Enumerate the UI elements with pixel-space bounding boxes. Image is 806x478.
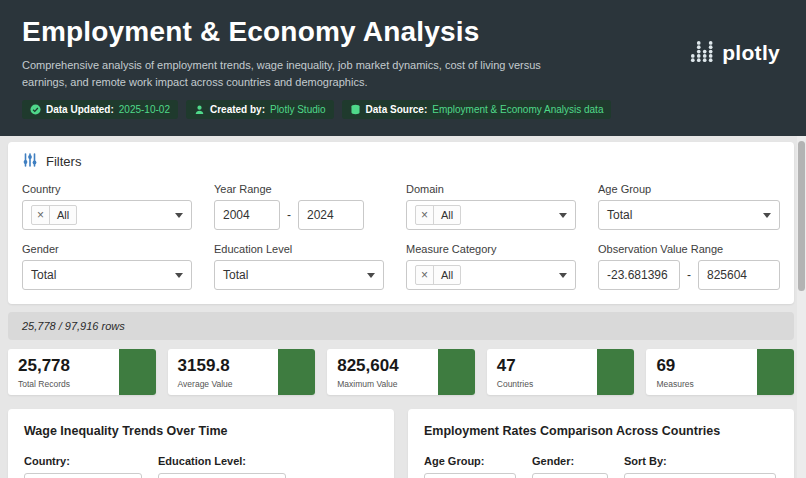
- gender-label: Gender: [22, 243, 192, 255]
- filters-header: Filters: [22, 152, 780, 171]
- chip-label: All: [434, 269, 460, 281]
- stat-value: 825,604: [337, 356, 398, 376]
- stat-label: Maximum Value: [337, 379, 398, 389]
- country-label: Country: [22, 183, 192, 195]
- filters-grid: Country × All Year Range - Do: [22, 183, 780, 290]
- observation-min-input[interactable]: [598, 260, 680, 290]
- education-control-label: Education Level:: [158, 455, 286, 467]
- stat-label: Average Value: [178, 379, 233, 389]
- stat-accent-block: [119, 349, 156, 395]
- filter-measure-category: Measure Category × All: [406, 243, 576, 290]
- stat-label: Countries: [497, 379, 533, 389]
- education-value: Total: [223, 268, 248, 282]
- range-separator: -: [287, 208, 291, 222]
- remove-chip-icon[interactable]: ×: [32, 206, 50, 224]
- filter-age-group: Age Group Total: [598, 183, 780, 230]
- chevron-down-icon: [175, 213, 183, 218]
- year-range-label: Year Range: [214, 183, 384, 195]
- stat-value: 69: [656, 356, 693, 376]
- filter-country: Country × All: [22, 183, 192, 230]
- stat-accent-block: [757, 349, 794, 395]
- education-label: Education Level: [214, 243, 384, 255]
- observation-range-label: Observation Value Range: [598, 243, 780, 255]
- chart-control-country: Country: All Countries ×: [24, 455, 142, 478]
- filter-education: Education Level Total: [214, 243, 384, 290]
- country-selected-chip: × All: [31, 205, 77, 225]
- remove-chip-icon[interactable]: ×: [416, 206, 434, 224]
- badge-label: Created by:: [210, 105, 265, 115]
- chevron-down-icon: [763, 213, 771, 218]
- chart-title: Employment Rates Comparison Across Count…: [424, 424, 778, 438]
- sort-by-control-label: Sort By:: [624, 455, 776, 467]
- year-from-input[interactable]: [214, 200, 280, 230]
- wage-inequality-card: Wage Inequality Trends Over Time Country…: [8, 409, 394, 478]
- measure-category-label: Measure Category: [406, 243, 576, 255]
- row-count-text: 25,778 / 97,916 rows: [22, 320, 125, 332]
- chevron-down-icon: [559, 213, 567, 218]
- page-subtitle: Comprehensive analysis of employment tre…: [22, 57, 582, 90]
- chevron-down-icon: [559, 273, 567, 278]
- country-dropdown[interactable]: × All: [22, 200, 192, 230]
- age-group-control-label: Age Group:: [424, 455, 516, 467]
- badge-data-updated: Data Updated: 2025-10-02: [22, 100, 178, 119]
- badge-label: Data Updated:: [46, 105, 114, 115]
- chart-control-education: Education Level: Total ×: [158, 455, 286, 478]
- row-count-bar: 25,778 / 97,916 rows: [8, 312, 794, 340]
- sort-by-select[interactable]: Employment Rate (High... ×: [624, 473, 776, 478]
- country-select[interactable]: All Countries ×: [24, 473, 142, 478]
- badge-value: 2025-10-02: [119, 105, 170, 115]
- badge-created-by: Created by: Plotly Studio: [186, 100, 334, 119]
- measure-selected-chip: × All: [415, 265, 461, 285]
- stat-value: 25,778: [18, 356, 70, 376]
- page-title: Employment & Economy Analysis: [22, 16, 784, 48]
- plotly-logo-icon: [689, 38, 715, 68]
- domain-selected-chip: × All: [415, 205, 461, 225]
- education-select[interactable]: Total ×: [158, 473, 286, 478]
- education-dropdown[interactable]: Total: [214, 260, 384, 290]
- gender-dropdown[interactable]: Total: [22, 260, 192, 290]
- chip-label: All: [434, 209, 460, 221]
- filter-year-range: Year Range -: [214, 183, 384, 230]
- chevron-down-icon: [175, 273, 183, 278]
- age-group-label: Age Group: [598, 183, 780, 195]
- dashboard-page: Employment & Economy Analysis Comprehens…: [0, 0, 806, 478]
- filters-title: Filters: [46, 154, 81, 169]
- chart-control-gender: Gender: Total ×: [532, 455, 608, 478]
- stat-card-countries: 47 Countries: [487, 349, 635, 395]
- chevron-down-icon: [367, 273, 375, 278]
- gender-value: Total: [31, 268, 56, 282]
- country-control-label: Country:: [24, 455, 142, 467]
- range-separator: -: [687, 268, 691, 282]
- database-icon: [350, 104, 361, 115]
- stat-card-total-records: 25,778 Total Records: [8, 349, 156, 395]
- plotly-logo: plotly: [689, 38, 780, 68]
- stat-card-measures: 69 Measures: [646, 349, 794, 395]
- remove-chip-icon[interactable]: ×: [416, 266, 434, 284]
- badge-value: Employment & Economy Analysis data: [432, 105, 603, 115]
- stat-value: 47: [497, 356, 533, 376]
- domain-dropdown[interactable]: × All: [406, 200, 576, 230]
- year-to-input[interactable]: [298, 200, 364, 230]
- age-group-select[interactable]: Total ×: [424, 473, 516, 478]
- filters-icon: [22, 152, 38, 171]
- chart-title: Wage Inequality Trends Over Time: [24, 424, 378, 438]
- stat-accent-block: [278, 349, 315, 395]
- badge-value: Plotly Studio: [270, 105, 326, 115]
- stat-accent-block: [597, 349, 634, 395]
- gender-select[interactable]: Total ×: [532, 473, 608, 478]
- observation-range-control: -: [598, 260, 780, 290]
- filter-observation-range: Observation Value Range -: [598, 243, 780, 290]
- plotly-logo-text: plotly: [722, 41, 780, 65]
- measure-category-dropdown[interactable]: × All: [406, 260, 576, 290]
- header-badges: Data Updated: 2025-10-02 Created by: Plo…: [22, 100, 784, 119]
- scrollbar-thumb[interactable]: [798, 141, 805, 291]
- stat-value: 3159.8: [178, 356, 233, 376]
- filters-panel: Filters Country × All Year Range -: [8, 142, 794, 304]
- observation-max-input[interactable]: [698, 260, 780, 290]
- year-range-control: -: [214, 200, 384, 230]
- header: Employment & Economy Analysis Comprehens…: [0, 0, 806, 136]
- page-scrollbar[interactable]: [797, 136, 806, 478]
- age-group-dropdown[interactable]: Total: [598, 200, 780, 230]
- person-icon: [194, 104, 205, 115]
- charts-row: Wage Inequality Trends Over Time Country…: [8, 409, 794, 478]
